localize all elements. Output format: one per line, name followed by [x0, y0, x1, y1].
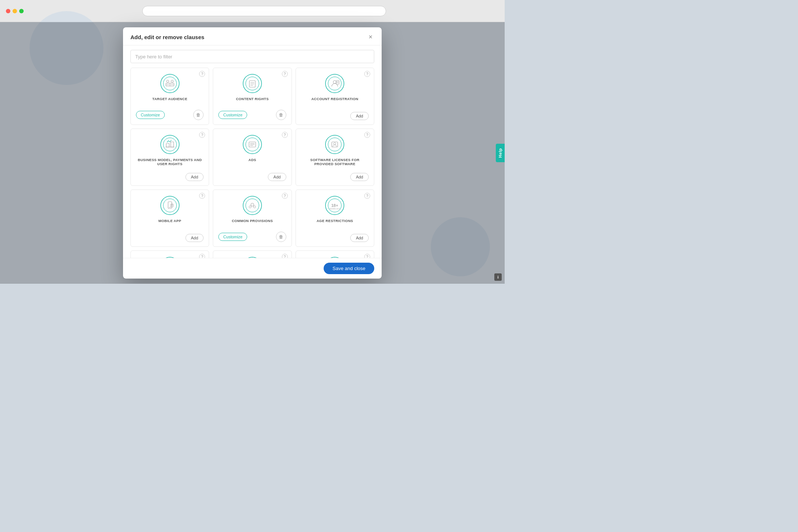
card-help-icon-mobile-app[interactable]: ?: [199, 193, 205, 199]
card-icon-mobile-app: [160, 196, 180, 215]
delete-button-common-provisions[interactable]: 🗑: [276, 232, 286, 242]
card-actions-common-provisions: Customize 🗑: [218, 232, 286, 242]
cards-grid: ? TARGET AUDIENCE Customize 🗑 ?: [130, 68, 374, 258]
svg-point-44: [251, 203, 254, 206]
card-icon-ads: [243, 135, 262, 154]
card-ads: ? ADS Add: [213, 129, 291, 186]
svg-point-9: [246, 77, 259, 90]
card-age-restrictions: ? 18+ YEARS OLD AGE RESTRICTIONS Add: [296, 190, 374, 247]
card-help-icon-content-rights[interactable]: ?: [282, 71, 288, 77]
card-icon-age-restrictions: 18+ YEARS OLD: [325, 196, 344, 215]
help-tab[interactable]: Help: [496, 144, 505, 162]
card-help-icon-software-licenses[interactable]: ?: [364, 132, 370, 138]
delete-button-target-audience[interactable]: 🗑: [193, 110, 204, 120]
card-business-model: ? BUSINESS MODEL, PAYMENTS AND USER RIGH…: [130, 129, 209, 186]
minimize-button[interactable]: [13, 9, 17, 13]
svg-rect-6: [166, 84, 169, 85]
card-help-icon-account-registration[interactable]: ?: [364, 71, 370, 77]
svg-text:YEARS OLD: YEARS OLD: [330, 208, 340, 210]
card-label-common-provisions: COMMON PROVISIONS: [232, 219, 273, 227]
modal-body: ? TARGET AUDIENCE Customize 🗑 ?: [123, 68, 382, 258]
card-icon-card-11: [243, 257, 262, 258]
card-label-mobile-app: MOBILE APP: [158, 219, 181, 229]
card-actions-software-licenses: Add: [301, 173, 369, 181]
card-actions-mobile-app: Add: [136, 234, 204, 242]
card-help-icon-card-10[interactable]: ?: [199, 254, 205, 258]
svg-rect-22: [166, 143, 169, 147]
card-icon-account-registration: [325, 74, 344, 93]
card-common-provisions: ? COMMON PROVISIONS Customize 🗑: [213, 190, 291, 247]
search-container: [123, 45, 382, 68]
card-software-licenses: ? SOFTWARE LICENSES FOR PROVIDED SOFTWAR…: [296, 129, 374, 186]
close-button[interactable]: [6, 9, 10, 13]
card-actions-ads: Add: [218, 173, 286, 181]
card-help-icon-card-12[interactable]: ?: [364, 254, 370, 258]
svg-rect-17: [336, 81, 339, 84]
card-help-icon-business-model[interactable]: ?: [199, 132, 205, 138]
modal-header: Add, edit or remove clauses ×: [123, 27, 382, 45]
address-bar[interactable]: [142, 6, 386, 16]
card-label-content-rights: CONTENT RIGHTS: [236, 97, 269, 105]
card-actions-account-registration: Add: [301, 112, 369, 120]
search-input[interactable]: [130, 50, 374, 63]
delete-button-content-rights[interactable]: 🗑: [276, 110, 286, 120]
add-button-ads[interactable]: Add: [268, 173, 286, 181]
add-button-software-licenses[interactable]: Add: [350, 173, 369, 181]
maximize-button[interactable]: [19, 9, 24, 13]
card-help-icon-ads[interactable]: ?: [282, 132, 288, 138]
card-help-icon-target-audience[interactable]: ?: [199, 71, 205, 77]
add-button-account-registration[interactable]: Add: [350, 112, 369, 120]
card-icon-common-provisions: [243, 196, 262, 215]
card-help-icon-age-restrictions[interactable]: ?: [364, 193, 370, 199]
svg-point-32: [328, 138, 341, 151]
card-icon-content-rights: [243, 74, 262, 93]
card-label-target-audience: TARGET AUDIENCE: [152, 97, 187, 105]
card-label-account-registration: ACCOUNT REGISTRATION: [311, 97, 358, 108]
svg-point-2: [167, 80, 169, 82]
card-content-rights: ? CONTENT RIGHTS Customize 🗑: [213, 68, 291, 125]
modal-footer: Save and close: [123, 258, 382, 279]
traffic-lights: [6, 9, 24, 13]
card-icon-card-10: [160, 257, 180, 258]
customize-button-content-rights[interactable]: Customize: [218, 111, 247, 119]
add-button-mobile-app[interactable]: Add: [185, 234, 204, 242]
card-card-12: ?: [296, 250, 374, 258]
save-close-button[interactable]: Save and close: [324, 263, 374, 274]
card-icon-business-model: [160, 135, 180, 154]
svg-rect-23: [171, 142, 174, 147]
modal-dialog: Add, edit or remove clauses × ?: [123, 27, 382, 279]
card-mobile-app: ? MOBILE APP Add: [130, 190, 209, 247]
background-page: Help i Add, edit or remove clauses × ?: [0, 22, 505, 284]
modal-close-button[interactable]: ×: [367, 33, 374, 41]
add-button-age-restrictions[interactable]: Add: [350, 234, 369, 242]
svg-text:18+: 18+: [331, 203, 338, 208]
customize-button-common-provisions[interactable]: Customize: [218, 233, 247, 241]
customize-button-target-audience[interactable]: Customize: [136, 111, 165, 119]
svg-point-34: [334, 143, 336, 145]
svg-point-61: [243, 257, 262, 258]
svg-point-16: [333, 81, 336, 83]
card-label-ads: ADS: [249, 158, 256, 168]
card-target-audience: ? TARGET AUDIENCE Customize 🗑: [130, 68, 209, 125]
svg-rect-7: [171, 84, 174, 85]
card-card-11: ?: [213, 250, 291, 258]
card-actions-business-model: Add: [136, 173, 204, 181]
card-icon-card-12: [325, 257, 344, 258]
card-actions-target-audience: Customize 🗑: [136, 110, 204, 120]
card-label-age-restrictions: AGE RESTRICTIONS: [317, 219, 353, 229]
card-label-business-model: BUSINESS MODEL, PAYMENTS AND USER RIGHTS: [136, 158, 204, 168]
card-account-registration: ? ACCOUNT REGISTRATION Add: [296, 68, 374, 125]
card-card-10: ?: [130, 250, 209, 258]
card-label-software-licenses: SOFTWARE LICENSES FOR PROVIDED SOFTWARE: [301, 158, 369, 168]
info-button[interactable]: i: [494, 273, 502, 281]
svg-point-21: [163, 138, 177, 151]
svg-point-53: [161, 257, 179, 258]
card-help-icon-card-11[interactable]: ?: [282, 254, 288, 258]
card-help-icon-common-provisions[interactable]: ?: [282, 193, 288, 199]
card-actions-age-restrictions: Add: [301, 234, 369, 242]
svg-point-3: [171, 80, 173, 82]
svg-point-36: [163, 199, 177, 212]
add-button-business-model[interactable]: Add: [185, 173, 204, 181]
modal-title: Add, edit or remove clauses: [130, 34, 204, 40]
svg-point-43: [246, 199, 259, 212]
